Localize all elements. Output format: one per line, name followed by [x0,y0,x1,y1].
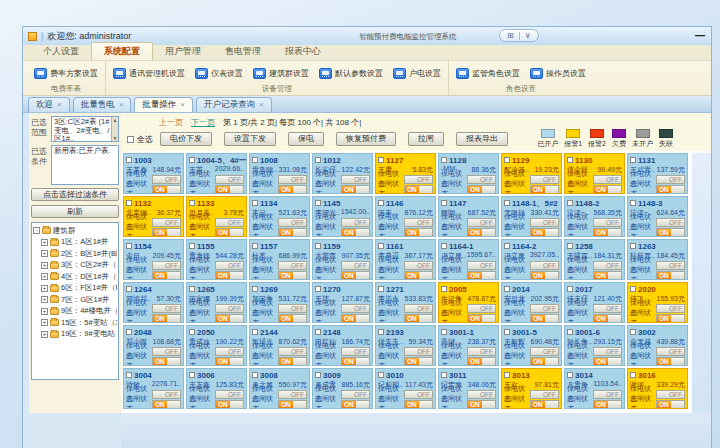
protect-status-toggle[interactable]: OFF [341,175,370,184]
card-checkbox[interactable] [126,329,132,335]
ribbon-button[interactable]: 户电设置 [389,66,445,81]
action-button[interactable]: 恢复预付费 [336,132,396,146]
switch-status-toggle[interactable]: ON [467,228,496,237]
protect-status-toggle[interactable]: OFF [593,390,622,399]
meter-card[interactable]: 2144 军瑾光 870.62元 保电状态 OFF [249,325,310,366]
card-checkbox[interactable] [567,329,573,335]
card-checkbox[interactable] [504,157,510,163]
card-checkbox[interactable] [441,157,447,163]
protect-status-toggle[interactable]: OFF [656,390,685,399]
ribbon-tab[interactable]: 报表中心 [273,43,333,60]
tab-close-icon[interactable]: × [259,101,264,109]
protect-status-toggle[interactable]: OFF [467,261,496,270]
quick-access-pill[interactable]: ⊞ ∨ [499,29,539,42]
protect-status-toggle[interactable]: OFF [467,218,496,227]
right-scroll-strip[interactable] [692,153,711,413]
protect-status-toggle[interactable]: OFF [530,347,559,356]
tree-item[interactable]: + 1区：A区1#井 [33,237,117,249]
ribbon-button[interactable]: 通讯管理机设置 [109,66,189,81]
protect-status-toggle[interactable]: OFF [656,304,685,313]
card-checkbox[interactable] [252,157,258,163]
ribbon-button[interactable]: 操作员设置 [526,66,590,81]
protect-status-toggle[interactable]: OFF [530,175,559,184]
tab-close-icon[interactable]: × [119,101,124,109]
protect-status-toggle[interactable]: OFF [215,175,244,184]
tree-item[interactable]: + 3区：C区2#井（1#变电 [33,260,117,272]
action-button[interactable]: 电价下发 [160,132,212,146]
switch-status-toggle[interactable]: ON [341,271,370,280]
ribbon-tab[interactable]: 系统配置 [91,42,153,60]
expand-icon[interactable]: + [41,308,48,315]
protect-status-toggle[interactable]: OFF [593,218,622,227]
tree-item[interactable]: + 2区：B区1#井(B区1#井 [33,248,117,260]
card-checkbox[interactable] [630,243,636,249]
meter-card[interactable]: 1147 丽明 687.52元 保电状态 OFF [438,196,499,237]
switch-status-toggle[interactable]: ON [404,357,433,366]
meter-card[interactable]: 1134 本品.. 521.63元 保电状态 OFF [249,196,310,237]
prev-page-link[interactable]: 上一页 [159,117,183,128]
card-checkbox[interactable] [630,372,636,378]
tree-item[interactable]: + 19区：9#变电站（2#变 [33,329,117,341]
switch-status-toggle[interactable]: ON [530,357,559,366]
switch-status-toggle[interactable]: ON [593,185,622,194]
meter-card[interactable]: 2020 佳飞 155.93元 保电状态 OFF [627,282,688,323]
document-tab[interactable]: 开户记录查询 × [196,97,272,112]
card-checkbox[interactable] [504,286,510,292]
card-checkbox[interactable] [441,243,447,249]
tree-item[interactable]: + 4区：D区1#井（D区1 [33,271,117,283]
switch-status-toggle[interactable]: ON [593,357,622,366]
tree-item[interactable]: + 9区：4#楼电井（4#楼 [33,306,117,318]
tree-item[interactable]: + 7区：G区1#井 [33,294,117,306]
protect-status-toggle[interactable]: OFF [152,390,181,399]
card-checkbox[interactable] [567,286,573,292]
protect-status-toggle[interactable]: OFF [278,347,307,356]
switch-status-toggle[interactable]: ON [593,400,622,409]
switch-status-toggle[interactable]: ON [656,271,685,280]
protect-status-toggle[interactable]: OFF [278,175,307,184]
expand-icon[interactable]: + [41,273,48,280]
action-button[interactable]: 设置下发 [224,132,276,146]
card-checkbox[interactable] [378,243,384,249]
protect-status-toggle[interactable]: OFF [656,261,685,270]
protect-status-toggle[interactable]: OFF [152,261,181,270]
switch-status-toggle[interactable]: ON [467,314,496,323]
card-checkbox[interactable] [567,372,573,378]
action-button[interactable]: 拉闸 [408,132,444,146]
protect-status-toggle[interactable]: OFF [404,218,433,227]
switch-status-toggle[interactable]: ON [215,357,244,366]
protect-status-toggle[interactable]: OFF [530,261,559,270]
meter-card[interactable]: 1271 李浩永 533.83元 保电状态 OFF [375,282,436,323]
chevron-down-icon[interactable]: ∨ [525,31,531,40]
protect-status-toggle[interactable]: OFF [467,175,496,184]
card-checkbox[interactable] [378,329,384,335]
switch-status-toggle[interactable]: ON [404,185,433,194]
switch-status-toggle[interactable]: ON [341,185,370,194]
meter-card[interactable]: 3006 王左鑫 125.83元 保电状态 OFF [186,368,247,409]
card-checkbox[interactable] [567,243,573,249]
card-checkbox[interactable] [378,372,384,378]
meter-card[interactable]: 1129 配冷器.. 19.23元 保电状态 OFF [501,153,562,194]
card-checkbox[interactable] [126,157,132,163]
tree-root[interactable]: - 建筑群 [33,225,117,237]
protect-status-toggle[interactable]: OFF [530,390,559,399]
card-checkbox[interactable] [378,157,384,163]
switch-status-toggle[interactable]: ON [278,400,307,409]
card-checkbox[interactable] [252,372,258,378]
switch-status-toggle[interactable]: ON [656,357,685,366]
protect-status-toggle[interactable]: OFF [152,347,181,356]
card-checkbox[interactable] [252,200,258,206]
protect-status-toggle[interactable]: OFF [404,261,433,270]
meter-card[interactable]: 2148 田红仙 186.74元 保电状态 OFF [312,325,373,366]
meter-card[interactable]: 3009 吴成贵 885.16元 保电状态 OFF [312,368,373,409]
meter-card[interactable]: 3001-5 王毅辉 690.48元 保电状态 OFF [501,325,562,366]
switch-status-toggle[interactable]: ON [278,314,307,323]
card-checkbox[interactable] [252,243,258,249]
switch-status-toggle[interactable]: ON [656,185,685,194]
meter-card[interactable]: 1270 王玮.. 127.87元 保电状态 OFF [312,282,373,323]
card-checkbox[interactable] [441,200,447,206]
card-checkbox[interactable] [441,286,447,292]
selected-range-box[interactable]: 3区:C区2#表 (1#变电、2#变电、/区1#.. ▲ ▼ [51,116,119,142]
meter-card[interactable]: 1148-3 泣泽~.. 624.64元 保电状态 OFF [627,196,688,237]
ribbon-button[interactable]: 默认参数设置 [315,66,387,81]
meter-card[interactable]: 2193 保先主.. 59.34元 保电状态 OFF [375,325,436,366]
